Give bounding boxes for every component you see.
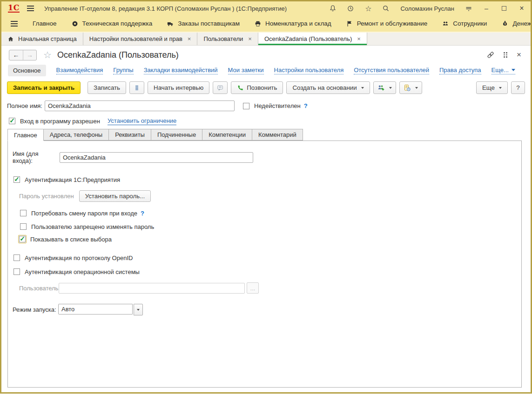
favorites-star-icon[interactable]: ☆ bbox=[364, 4, 372, 13]
section-tech-support[interactable]: Техническая поддержка bbox=[72, 20, 153, 27]
lifebuoy-icon bbox=[72, 20, 78, 27]
invalid-help-icon[interactable]: ? bbox=[304, 102, 308, 109]
get-link-icon[interactable] bbox=[487, 51, 494, 59]
history-icon[interactable] bbox=[346, 4, 355, 13]
content-tab-competencies[interactable]: Компетенции bbox=[202, 129, 252, 141]
run-mode-dropdown-button[interactable] bbox=[134, 304, 143, 315]
section-nomenclature[interactable]: Номенклатура и склад bbox=[255, 20, 331, 27]
form-toolbar: Записать и закрыть Записать Начать интер… bbox=[1, 80, 531, 98]
content-tab-addresses[interactable]: Адреса, телефоны bbox=[44, 129, 109, 141]
require-change-row: Потребовать смену пароля при входе ? bbox=[13, 209, 517, 217]
back-button[interactable]: ← bbox=[9, 50, 23, 60]
section-supplier-orders[interactable]: Заказы поставщикам bbox=[167, 20, 240, 27]
set-password-button[interactable]: Установить пароль... bbox=[79, 190, 151, 202]
tab-home[interactable]: Начальная страница bbox=[1, 33, 83, 45]
full-name-input[interactable] bbox=[45, 100, 235, 111]
content-tab-main[interactable]: Главное bbox=[7, 129, 44, 141]
help-button[interactable]: ? bbox=[511, 81, 525, 94]
nav-my-notes[interactable]: Мои заметки bbox=[228, 67, 264, 74]
auth-os-row: Аутентификация операционной системы bbox=[13, 268, 517, 276]
run-mode-input[interactable] bbox=[58, 304, 133, 315]
auth-os-label: Аутентификация операционной системы bbox=[25, 268, 140, 275]
set-restriction-link[interactable]: Установить ограничение bbox=[108, 117, 176, 125]
maximize-button[interactable]: ☐ bbox=[500, 5, 508, 12]
tab-close-icon[interactable]: × bbox=[248, 35, 252, 42]
stack-icon bbox=[134, 85, 140, 91]
nav-user-absences[interactable]: Отсутствия пользователей bbox=[354, 67, 429, 74]
nav-more-menu[interactable]: Еще... bbox=[492, 67, 515, 74]
start-interview-button[interactable]: Начать интервью bbox=[148, 81, 209, 94]
tab-close-icon[interactable]: × bbox=[188, 35, 191, 42]
form-header: ← → ☆ OcenkaZadania (Пользователь) × bbox=[1, 46, 531, 61]
sections-bar: Главное Техническая поддержка Заказы пос… bbox=[1, 15, 531, 33]
chevron-down-icon bbox=[512, 69, 515, 71]
forward-button[interactable]: → bbox=[23, 50, 36, 60]
save-and-close-button[interactable]: Записать и закрыть bbox=[7, 81, 81, 94]
save-button[interactable]: Записать bbox=[88, 81, 126, 94]
nav-access-rights[interactable]: Права доступа bbox=[439, 67, 481, 74]
show-in-list-row: Показывать в списке выбора bbox=[13, 235, 517, 243]
nav-user-settings[interactable]: Настройки пользователя bbox=[274, 67, 344, 74]
section-employees[interactable]: Сотрудники bbox=[442, 20, 487, 27]
create-based-on-button[interactable]: Создать на основании bbox=[286, 81, 370, 94]
auth-1c-row: Аутентификация 1С:Предприятия bbox=[13, 175, 517, 184]
close-window-button[interactable]: × bbox=[518, 4, 526, 13]
login-name-input[interactable] bbox=[60, 152, 253, 163]
section-main[interactable]: Главное bbox=[33, 20, 57, 27]
notifications-bell-icon[interactable] bbox=[329, 4, 337, 13]
login-allowed-row: Вход в программу разрешен Установить огр… bbox=[1, 117, 531, 125]
auth-1c-checkbox[interactable] bbox=[13, 176, 20, 183]
section-money[interactable]: $ Денеж bbox=[502, 20, 531, 27]
require-password-change-label: Потребовать смену пароля при входе bbox=[31, 210, 137, 217]
tab-users[interactable]: Пользователи× bbox=[197, 33, 258, 45]
auth-openid-checkbox[interactable] bbox=[13, 254, 20, 261]
current-user-name[interactable]: Соломахин Руслан bbox=[400, 5, 454, 12]
main-menu-icon[interactable] bbox=[27, 6, 34, 11]
content-tab-subordinates[interactable]: Подчиненные bbox=[151, 129, 202, 141]
form-close-icon[interactable]: × bbox=[517, 50, 521, 60]
user-form: ← → ☆ OcenkaZadania (Пользователь) × Осн… bbox=[1, 46, 531, 392]
login-allowed-checkbox[interactable] bbox=[9, 118, 15, 124]
os-user-select-button[interactable]: ... bbox=[247, 282, 259, 294]
tab-ocenkazadania-user[interactable]: OcenkaZadania (Пользователь)× bbox=[258, 33, 367, 45]
phone-icon bbox=[237, 85, 243, 91]
main-tab-panel: Имя (для входа): Аутентификация 1С:Предп… bbox=[7, 141, 522, 388]
nav-interactions[interactable]: Взаимодействия bbox=[56, 67, 103, 74]
invalid-checkbox[interactable] bbox=[243, 103, 249, 109]
minimize-button[interactable]: – bbox=[482, 5, 491, 12]
form-title: OcenkaZadania (Пользователь) bbox=[57, 50, 179, 60]
auth-os-checkbox[interactable] bbox=[13, 268, 20, 275]
section-repair-service[interactable]: Ремонт и обслуживание bbox=[346, 20, 428, 27]
show-in-choice-list-checkbox[interactable] bbox=[19, 236, 26, 242]
comment-button[interactable] bbox=[213, 81, 228, 94]
os-user-row: Пользователь: ... bbox=[13, 282, 517, 294]
nav-main[interactable]: Основное bbox=[8, 65, 46, 76]
settings-tune-icon[interactable] bbox=[465, 4, 473, 13]
more-button[interactable]: Еще bbox=[476, 81, 508, 94]
nav-interaction-bookmarks[interactable]: Закладки взаимодействий bbox=[144, 67, 218, 74]
os-user-input[interactable] bbox=[59, 283, 245, 294]
forbid-password-change-checkbox[interactable] bbox=[20, 223, 27, 230]
auth-1c-label: Аутентификация 1С:Предприятия bbox=[25, 176, 120, 183]
content-tab-comment[interactable]: Комментарий bbox=[252, 129, 303, 141]
content-tab-requisites[interactable]: Реквизиты bbox=[109, 129, 151, 141]
call-button[interactable]: Позвонить bbox=[231, 81, 283, 94]
add-user-menu-button[interactable] bbox=[373, 81, 396, 94]
form-kebab-menu-icon[interactable] bbox=[504, 52, 507, 58]
password-row: Пароль установлен Установить пароль... bbox=[13, 190, 517, 202]
login-name-row: Имя (для входа): bbox=[13, 150, 517, 164]
search-icon[interactable] bbox=[382, 4, 390, 13]
require-change-help-icon[interactable]: ? bbox=[141, 210, 144, 217]
chevron-down-icon bbox=[499, 87, 502, 89]
favorite-star-icon[interactable]: ☆ bbox=[43, 49, 52, 60]
chevron-down-icon bbox=[415, 87, 418, 89]
tab-user-rights-settings[interactable]: Настройки пользователей и прав× bbox=[83, 33, 198, 45]
show-in-list-button[interactable] bbox=[129, 81, 144, 94]
schedule-document-menu-button[interactable] bbox=[399, 81, 422, 94]
truck-icon bbox=[167, 20, 174, 27]
require-password-change-checkbox[interactable] bbox=[20, 210, 27, 216]
nav-groups[interactable]: Группы bbox=[113, 67, 133, 74]
tab-close-icon[interactable]: × bbox=[357, 35, 361, 42]
sections-menu-icon[interactable] bbox=[11, 21, 18, 27]
document-clock-icon bbox=[404, 84, 411, 92]
